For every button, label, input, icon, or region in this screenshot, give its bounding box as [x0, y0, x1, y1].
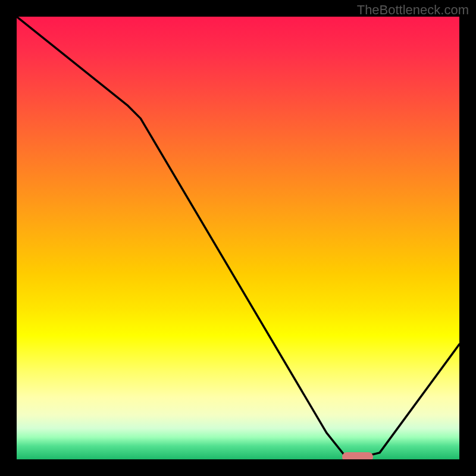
bottleneck-curve	[17, 17, 459, 459]
plot-area	[17, 17, 459, 459]
watermark-text: TheBottleneck.com	[357, 2, 469, 18]
optimal-marker	[342, 452, 373, 459]
